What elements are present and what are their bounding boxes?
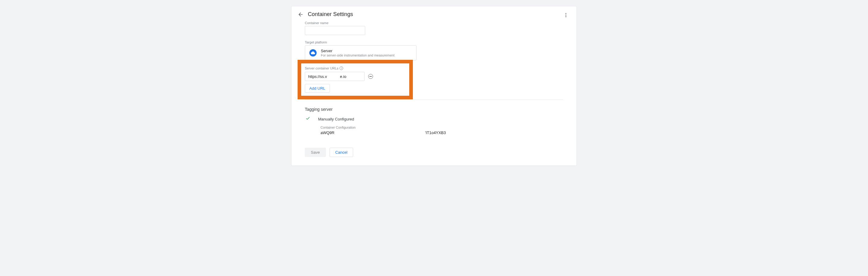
more-options-icon[interactable] bbox=[561, 10, 570, 21]
server-urls-highlight: Server container URLs ? Add URL bbox=[298, 60, 413, 99]
tagging-status-row: Manually Configured bbox=[305, 116, 563, 122]
platform-description: For server-side instrumentation and meas… bbox=[321, 54, 395, 57]
container-name-label: Container name bbox=[305, 21, 563, 25]
svg-point-0 bbox=[566, 13, 566, 14]
container-configuration-values: aWQ9R 'IT1o4YXB3 bbox=[320, 130, 563, 135]
server-urls-label-text: Server container URLs bbox=[305, 66, 338, 70]
add-url-button[interactable]: Add URL bbox=[305, 84, 330, 93]
url-row bbox=[305, 72, 406, 81]
back-arrow-icon[interactable] bbox=[298, 11, 304, 18]
remove-url-icon[interactable] bbox=[368, 74, 373, 79]
container-settings-panel: Container Settings Container name Target… bbox=[291, 6, 577, 166]
server-urls-label: Server container URLs ? bbox=[305, 66, 406, 70]
tagging-status-text: Manually Configured bbox=[318, 117, 354, 121]
tagging-section: Tagging server Manually Configured Conta… bbox=[291, 100, 577, 157]
target-platform-label: Target platform bbox=[305, 40, 563, 44]
cancel-button[interactable]: Cancel bbox=[330, 148, 353, 157]
container-configuration-label: Container Configuration bbox=[320, 126, 563, 129]
platform-title: Server bbox=[321, 49, 395, 53]
help-icon[interactable]: ? bbox=[340, 66, 343, 70]
tagging-server-heading: Tagging server bbox=[305, 107, 563, 112]
save-button[interactable]: Save bbox=[305, 148, 326, 157]
page-title: Container Settings bbox=[308, 11, 353, 18]
panel-header: Container Settings bbox=[291, 6, 577, 20]
form-area: Container name Target platform Server Fo… bbox=[291, 20, 577, 99]
config-value-2: 'IT1o4YXB3 bbox=[425, 130, 446, 135]
target-platform-card[interactable]: Server For server-side instrumentation a… bbox=[305, 45, 416, 60]
container-configuration-block: Container Configuration aWQ9R 'IT1o4YXB3 bbox=[320, 126, 563, 135]
svg-point-2 bbox=[566, 16, 566, 17]
svg-point-1 bbox=[566, 15, 566, 16]
config-value-1: aWQ9R bbox=[320, 130, 334, 135]
action-row: Save Cancel bbox=[305, 148, 563, 157]
check-icon bbox=[305, 116, 311, 122]
server-url-input[interactable] bbox=[305, 72, 365, 81]
container-name-input[interactable] bbox=[305, 26, 365, 35]
cloud-icon bbox=[309, 49, 317, 57]
